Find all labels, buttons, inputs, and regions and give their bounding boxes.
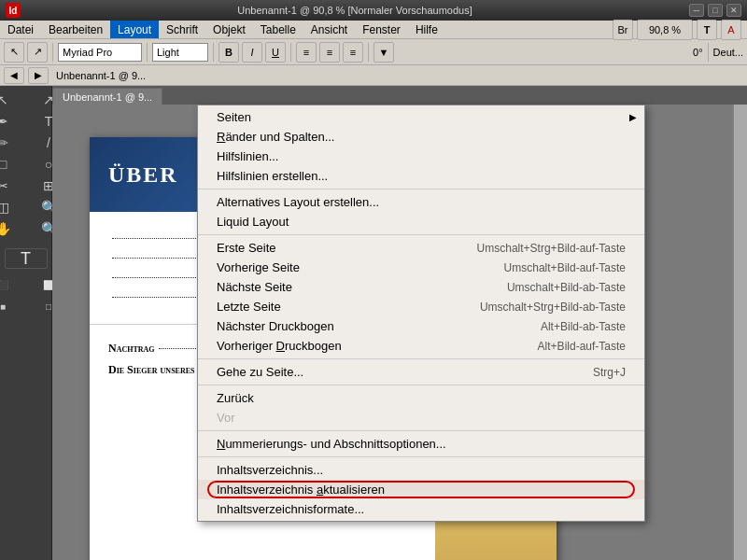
window-controls: ─ □ ✕: [689, 4, 741, 17]
layout-dropdown-menu: Seiten Ränder und Spalten... Hilfslinien…: [197, 105, 645, 522]
separator-d: [198, 385, 644, 385]
menu-bearbeiten[interactable]: Bearbeiten: [41, 21, 110, 38]
color-btn[interactable]: A: [721, 20, 741, 40]
menu-item-liquid-layout[interactable]: Liquid Layout: [198, 212, 644, 231]
menu-item-erste-seite[interactable]: Erste Seite Umschalt+Strg+Bild-auf-Taste: [198, 238, 644, 258]
font-style-input[interactable]: [152, 43, 208, 62]
app-icon: Id: [6, 3, 21, 18]
align-right-btn[interactable]: ≡: [343, 42, 363, 63]
select-tool-btn[interactable]: ↖: [4, 42, 24, 63]
maximize-button[interactable]: □: [708, 4, 723, 17]
frame-tool-1[interactable]: ⬛: [0, 274, 25, 295]
breadcrumb-text: Unbenannt-1 @ 9...: [56, 70, 146, 81]
menu-item-naechste-seite[interactable]: Nächste Seite Umschalt+Bild-ab-Taste: [198, 277, 644, 297]
menu-item-letzte-seite[interactable]: Letzte Seite Umschalt+Strg+Bild-ab-Taste: [198, 297, 644, 316]
shortcut-vorheriger-db: Alt+Bild-auf-Taste: [510, 340, 626, 353]
text-frame-tool[interactable]: T: [5, 248, 48, 269]
menu-item-gehe-zu-seite[interactable]: Gehe zu Seite... Strg+J: [198, 362, 644, 382]
selection-tool[interactable]: ↖: [0, 90, 25, 110]
more-options-btn[interactable]: ▼: [374, 42, 394, 63]
menu-item-raender[interactable]: Ränder und Spalten...: [198, 127, 644, 147]
separator-4: [290, 43, 291, 62]
menu-item-seiten[interactable]: Seiten: [198, 107, 644, 127]
direct-select-btn[interactable]: ↗: [27, 42, 48, 63]
zoom-input-wrapper[interactable]: 90,8 %: [637, 20, 693, 40]
back-btn[interactable]: ◀: [4, 67, 24, 84]
menu-item-vorheriger-druckbogen[interactable]: Vorheriger Druckbogen Alt+Bild-auf-Taste: [198, 336, 644, 356]
gradient-tool[interactable]: ◫: [0, 197, 25, 217]
menu-item-inhaltsverzeichnis[interactable]: Inhaltsverzeichnis...: [198, 460, 644, 480]
menu-layout[interactable]: Layout: [110, 21, 159, 38]
menu-bar: Datei Bearbeiten Layout Schrift Objekt T…: [0, 21, 747, 39]
menu-ansicht[interactable]: Ansicht: [303, 21, 355, 38]
menu-item-hilfslinien-erstellen[interactable]: Hilfslinien erstellen...: [198, 166, 644, 186]
align-left-btn[interactable]: ≡: [296, 42, 317, 63]
text-tool-btn[interactable]: T: [697, 20, 717, 40]
canvas-area: Unbenannt-1 @ 9... Über 5: [52, 86, 747, 560]
title-text: Unbenannt-1 @ 90,8 % [Normaler Vorschaum…: [26, 5, 684, 16]
menu-item-nummerierung[interactable]: Nummerierungs- und Abschnittsoptionen...: [198, 434, 644, 454]
menu-item-naechster-druckbogen[interactable]: Nächster Druckbogen Alt+Bild-ab-Taste: [198, 316, 644, 336]
menu-item-vorherige-seite[interactable]: Vorherige Seite Umschalt+Bild-auf-Taste: [198, 258, 644, 277]
toolbar-row-2: ◀ ▶ Unbenannt-1 @ 9...: [0, 65, 747, 86]
separator-3: [213, 43, 214, 62]
menu-tabelle[interactable]: Tabelle: [253, 21, 303, 38]
shortcut-vorherige: Umschalt+Bild-auf-Taste: [476, 261, 626, 274]
pen-tool[interactable]: ✒: [0, 111, 25, 132]
menu-datei[interactable]: Datei: [0, 21, 41, 38]
font-name-input[interactable]: [58, 43, 142, 62]
pencil-tool[interactable]: ✏: [0, 133, 25, 153]
menu-item-inhaltsverzeichnisformate[interactable]: Inhaltsverzeichnisformate...: [198, 499, 644, 519]
menu-schrift[interactable]: Schrift: [159, 21, 205, 38]
shortcut-erste: Umschalt+Strg+Bild-auf-Taste: [449, 242, 626, 255]
stroke-fill-btn[interactable]: ■: [0, 296, 25, 316]
menu-item-inhaltsverzeichnis-aktualisieren[interactable]: Inhaltsverzeichnis aktualisieren: [198, 480, 644, 499]
forward-btn[interactable]: ▶: [28, 67, 49, 84]
menu-item-zurueck[interactable]: Zurück: [198, 388, 644, 408]
separator-2: [147, 43, 148, 62]
shortcut-gehe: Strg+J: [565, 366, 626, 379]
dropdown-overlay: Seiten Ränder und Spalten... Hilfslinien…: [52, 86, 747, 560]
separator-5: [368, 43, 369, 62]
breadcrumb-area: ◀ ▶ Unbenannt-1 @ 9...: [4, 67, 146, 84]
separator-1: [52, 43, 53, 62]
menu-fenster[interactable]: Fenster: [355, 21, 408, 38]
shortcut-naechste: Umschalt+Bild-ab-Taste: [479, 281, 626, 294]
rect-tool[interactable]: □: [0, 154, 25, 175]
separator-f: [198, 456, 644, 457]
close-button[interactable]: ✕: [726, 4, 741, 17]
toolbar-row-1: ↖ ↗ B I U ≡ ≡ ≡ ▼ 0° Deut...: [0, 39, 747, 65]
menu-hilfe[interactable]: Hilfe: [408, 21, 445, 38]
align-center-btn[interactable]: ≡: [319, 42, 340, 63]
separator-a: [198, 189, 644, 189]
bold-btn[interactable]: B: [218, 42, 239, 63]
menu-item-hilfslinien[interactable]: Hilfslinien...: [198, 147, 644, 166]
minimize-button[interactable]: ─: [689, 4, 704, 17]
main-area: ↖ ↗ ✒ T ✏ / □ ○ ✂ ⊞ ◫ 🔍 ✋ 🔍 T: [0, 86, 747, 560]
menu-objekt[interactable]: Objekt: [205, 21, 253, 38]
sep-r1: [708, 43, 709, 62]
shortcut-letzte: Umschalt+Strg+Bild-ab-Taste: [452, 301, 626, 314]
separator-c: [198, 358, 644, 359]
shortcut-naechster-db: Alt+Bild-ab-Taste: [513, 320, 626, 333]
underline-btn[interactable]: U: [265, 42, 286, 63]
scissors-tool[interactable]: ✂: [0, 175, 25, 196]
italic-btn[interactable]: I: [242, 42, 262, 63]
angle-label: 0°: [693, 47, 703, 58]
lang-label: Deut...: [713, 47, 743, 58]
hand-tool[interactable]: ✋: [0, 218, 25, 239]
separator-b: [198, 234, 644, 235]
br-button[interactable]: Br: [613, 20, 633, 40]
menu-item-vor: Vor: [198, 408, 644, 427]
title-bar: Id Unbenannt-1 @ 90,8 % [Normaler Vorsch…: [0, 0, 747, 21]
menu-item-alternatives-layout[interactable]: Alternatives Layout erstellen...: [198, 192, 644, 212]
left-toolbar: ↖ ↗ ✒ T ✏ / □ ○ ✂ ⊞ ◫ 🔍 ✋ 🔍 T: [0, 86, 52, 560]
separator-e: [198, 430, 644, 431]
